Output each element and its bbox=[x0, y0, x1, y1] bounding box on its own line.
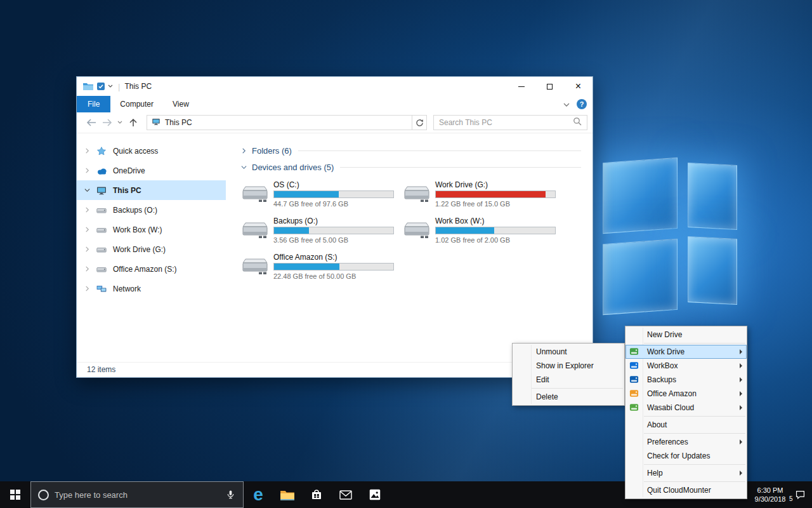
chevron-right-icon[interactable] bbox=[84, 148, 92, 154]
workbox-icon bbox=[629, 361, 639, 370]
menu-item-work-drive[interactable]: Work Drive bbox=[625, 345, 747, 359]
menu-separator bbox=[531, 388, 623, 389]
chevron-down-icon[interactable] bbox=[84, 187, 92, 193]
minimize-button[interactable] bbox=[507, 77, 535, 96]
menu-item-label: Show in Explorer bbox=[536, 361, 594, 370]
menu-item-delete[interactable]: Delete bbox=[513, 390, 624, 404]
sidebar-item-label: This PC bbox=[113, 186, 141, 195]
hard-drive-icon bbox=[241, 180, 272, 208]
hard-drive-icon bbox=[96, 205, 109, 215]
capacity-bar-fill bbox=[274, 227, 309, 234]
menu-item-preferences[interactable]: Preferences bbox=[625, 435, 747, 449]
menu-item-label: Wasabi Cloud bbox=[647, 403, 694, 412]
drive-tile-os-c[interactable]: OS (C:) 44.7 GB free of 97.6 GB bbox=[241, 180, 403, 208]
chevron-right-icon[interactable] bbox=[84, 266, 92, 272]
expand-ribbon-icon[interactable] bbox=[563, 98, 570, 110]
tab-computer[interactable]: Computer bbox=[110, 96, 163, 112]
microphone-icon[interactable] bbox=[226, 490, 235, 500]
address-bar[interactable]: This PC bbox=[147, 115, 412, 130]
title-bar[interactable]: | This PC × bbox=[77, 77, 593, 96]
recent-locations-icon[interactable] bbox=[115, 121, 125, 124]
up-button[interactable] bbox=[125, 118, 141, 127]
back-button[interactable] bbox=[83, 118, 100, 127]
close-button[interactable]: × bbox=[564, 77, 593, 96]
sidebar-item-network[interactable]: Network bbox=[77, 279, 226, 298]
drive-tile-work-drive-g[interactable]: Work Drive (G:) 1.22 GB free of 15.0 GB bbox=[403, 180, 565, 208]
search-input[interactable] bbox=[439, 118, 573, 127]
drive-tile-office-amazon-s[interactable]: Office Amazon (S:) 22.48 GB free of 50.0… bbox=[241, 253, 403, 281]
drive-free-space: 44.7 GB free of 97.6 GB bbox=[273, 200, 394, 208]
taskbar-clock[interactable]: 6:30 PM 9/30/2018 bbox=[752, 486, 789, 504]
taskbar-edge-icon[interactable]: e bbox=[244, 481, 273, 508]
menu-separator bbox=[644, 433, 745, 434]
sidebar-item-work-drive[interactable]: Work Drive (G:) bbox=[77, 239, 226, 259]
drive-free-space: 1.22 GB free of 15.0 GB bbox=[435, 200, 556, 208]
taskbar-search-input[interactable] bbox=[55, 490, 226, 500]
star-icon bbox=[96, 146, 109, 156]
menu-item-unmount[interactable]: Unmount bbox=[513, 345, 624, 359]
group-folders[interactable]: Folders (6) bbox=[241, 142, 581, 159]
taskbar-mail-icon[interactable] bbox=[331, 481, 360, 508]
capacity-bar bbox=[435, 227, 556, 234]
submenu-arrow-icon bbox=[740, 363, 742, 368]
menu-item-about[interactable]: About bbox=[625, 418, 747, 432]
help-icon[interactable]: ? bbox=[577, 99, 587, 109]
tab-file[interactable]: File bbox=[77, 96, 110, 112]
sidebar-item-quick-access[interactable]: Quick access bbox=[77, 141, 226, 161]
qat-dropdown-icon[interactable] bbox=[108, 84, 113, 88]
chevron-right-icon[interactable] bbox=[84, 227, 92, 232]
menu-item-new-drive[interactable]: New Drive bbox=[625, 328, 747, 342]
chevron-right-icon[interactable] bbox=[241, 148, 249, 154]
taskbar-store-icon[interactable] bbox=[302, 481, 331, 508]
drive-tile-backups-o[interactable]: Backups (O:) 3.56 GB free of 5.00 GB bbox=[241, 217, 403, 244]
properties-icon[interactable] bbox=[96, 82, 105, 91]
drive-tile-work-box-w[interactable]: Work Box (W:) 1.02 GB free of 2.00 GB bbox=[403, 217, 565, 244]
chevron-right-icon[interactable] bbox=[84, 168, 92, 173]
chevron-down-icon[interactable] bbox=[241, 164, 249, 170]
menu-item-label: Preferences bbox=[647, 438, 688, 446]
menu-item-edit[interactable]: Edit bbox=[513, 373, 624, 387]
ribbon-tabs: File Computer View ? bbox=[77, 96, 593, 112]
logo-pane bbox=[688, 163, 737, 230]
refresh-button[interactable] bbox=[412, 115, 427, 130]
search-box[interactable] bbox=[433, 115, 587, 130]
menu-item-label: Quit CloudMounter bbox=[647, 486, 711, 495]
search-icon[interactable] bbox=[573, 117, 582, 128]
chevron-right-icon[interactable] bbox=[84, 246, 92, 252]
menu-item-label: Delete bbox=[536, 392, 558, 401]
hard-drive-icon bbox=[96, 244, 109, 255]
sidebar-item-onedrive[interactable]: OneDrive bbox=[77, 161, 226, 180]
group-devices-and-drives[interactable]: Devices and drives (5) bbox=[241, 159, 581, 175]
capacity-bar-fill bbox=[274, 191, 339, 197]
start-button[interactable] bbox=[0, 481, 30, 508]
sidebar-item-work-box[interactable]: Work Box (W:) bbox=[77, 220, 226, 239]
menu-item-check-for-updates[interactable]: Check for Updates bbox=[625, 449, 747, 463]
maximize-button[interactable] bbox=[535, 77, 564, 96]
sidebar-item-backups[interactable]: Backups (O:) bbox=[77, 200, 226, 220]
sidebar-item-office-amazon[interactable]: Office Amazon (S:) bbox=[77, 259, 226, 279]
menu-item-office-amazon[interactable]: Office Amazon bbox=[625, 387, 747, 401]
chevron-right-icon[interactable] bbox=[84, 207, 92, 213]
menu-item-workbox[interactable]: WorkBox bbox=[625, 359, 747, 373]
sidebar-item-this-pc[interactable]: This PC bbox=[77, 180, 226, 200]
drive-name: Work Box (W:) bbox=[435, 217, 556, 225]
menu-item-help[interactable]: Help bbox=[625, 466, 747, 480]
hard-drive-icon bbox=[96, 225, 109, 235]
backups-icon bbox=[629, 375, 639, 384]
chevron-right-icon[interactable] bbox=[84, 286, 92, 291]
action-center-button[interactable]: 5 bbox=[795, 490, 806, 500]
forward-button[interactable] bbox=[100, 118, 115, 127]
menu-item-show-in-explorer[interactable]: Show in Explorer bbox=[513, 359, 624, 373]
menu-item-backups[interactable]: Backups bbox=[625, 373, 747, 387]
items-count: 12 items bbox=[87, 365, 115, 374]
taskbar-file-explorer-icon[interactable] bbox=[273, 481, 302, 508]
taskbar-photos-icon[interactable] bbox=[360, 481, 390, 508]
menu-item-wasabi-cloud[interactable]: Wasabi Cloud bbox=[625, 401, 747, 415]
taskbar-search[interactable] bbox=[30, 481, 244, 508]
logo-pane bbox=[603, 239, 678, 315]
sidebar-item-label: Work Box (W:) bbox=[113, 225, 162, 234]
capacity-bar-fill bbox=[436, 227, 494, 234]
cloud-icon bbox=[96, 166, 109, 175]
menu-item-quit-cloudmounter[interactable]: Quit CloudMounter bbox=[625, 483, 747, 497]
tab-view[interactable]: View bbox=[163, 96, 199, 112]
